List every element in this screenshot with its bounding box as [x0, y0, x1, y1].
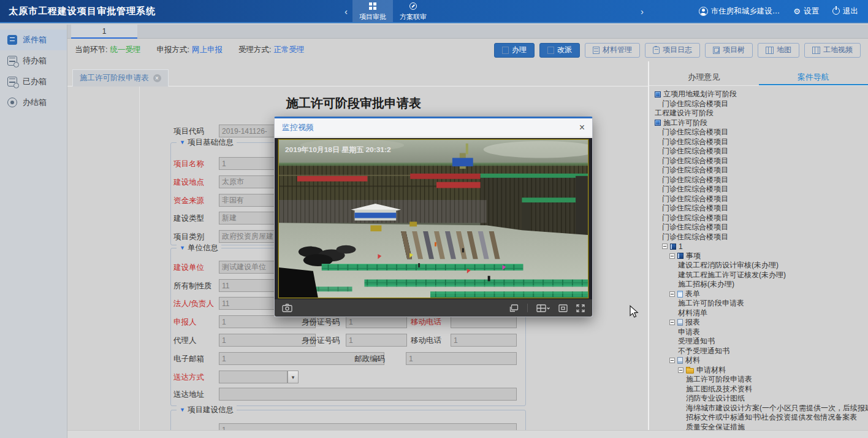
form-tab[interactable]: 施工许可阶段申请表 × — [72, 69, 169, 86]
dropdown-arrow-icon[interactable]: ▾ — [287, 371, 299, 383]
multi-window-icon[interactable] — [509, 304, 519, 312]
snapshot-icon[interactable] — [282, 304, 292, 312]
tree-item[interactable]: 门诊住院综合楼项目 — [652, 204, 868, 213]
navbar-right: 市住房和城乡建设… ⚙ 设置 退出 — [699, 0, 868, 22]
declarant-mobile-input[interactable] — [451, 315, 517, 328]
tab-close-icon[interactable]: × — [153, 74, 161, 82]
tree-item[interactable]: 门诊住院综合楼项目 — [652, 175, 868, 185]
tree-item[interactable]: 门诊住院综合楼项目 — [652, 156, 868, 166]
postcode-input[interactable] — [406, 352, 517, 365]
tree-item[interactable]: 施工图纸及技术资料 — [652, 385, 868, 394]
tree-item[interactable]: 施工许可阶段申请表 — [652, 299, 868, 309]
toolbar-button[interactable]: 材料管理 — [585, 43, 640, 58]
sidebar-item[interactable]: 派件箱 — [0, 29, 67, 50]
sidebar-item[interactable]: 已办箱 — [0, 71, 67, 92]
scale-icon[interactable] — [558, 304, 568, 312]
toolbar-button-icon — [653, 47, 660, 54]
accept-mode-value: 正常受理 — [273, 45, 304, 55]
form-left-divider — [139, 86, 140, 438]
close-icon[interactable]: × — [579, 123, 585, 133]
declarant-id-input[interactable] — [346, 315, 407, 328]
toolbar-button[interactable]: 工地视频 — [804, 43, 861, 58]
tree-item[interactable]: 消防专业设计图纸 — [652, 394, 868, 404]
tab-handling-opinion[interactable]: 办理意见 — [649, 70, 759, 85]
logout-button[interactable]: 退出 — [832, 6, 858, 17]
sidebar-item-label: 办结箱 — [23, 97, 47, 108]
tree-item[interactable]: 门诊住院综合楼项目 — [652, 213, 868, 223]
tree-item[interactable]: 门诊住院综合楼项目 — [652, 185, 868, 194]
tree-item[interactable]: 工程建设许可阶段 — [652, 109, 868, 118]
sidebar-item[interactable]: 办结箱 — [0, 92, 67, 113]
tree-item[interactable]: 不予受理通知书 — [652, 347, 868, 356]
tree-item[interactable]: 海绵城市建设设计方案(一个小区只需提供一次，后续报建时提供 — [652, 404, 868, 413]
sidebar-item-label: 派件箱 — [23, 34, 47, 45]
tree-item[interactable]: 门诊住院综合楼项目 — [652, 232, 868, 242]
tree-expander-icon[interactable] — [678, 367, 683, 373]
bottom-scroll-strip[interactable] — [67, 430, 868, 438]
nav-back-chevron-icon[interactable]: ‹ — [340, 6, 352, 17]
delivery-mode-select[interactable] — [219, 371, 287, 383]
tree-item[interactable]: 门诊住院综合楼项目 — [652, 147, 868, 156]
tree-item[interactable]: 报表 — [652, 318, 868, 328]
user-menu[interactable]: 市住房和城乡建设… — [699, 6, 780, 17]
agent-id-input[interactable] — [346, 334, 407, 347]
toolbar-button[interactable]: 改派 — [539, 43, 580, 58]
toolbar-button[interactable]: 办理 — [494, 43, 535, 58]
nav-tab[interactable]: 方案联审 — [393, 0, 433, 22]
tree-item[interactable]: 材料 — [652, 356, 868, 366]
tree-item-label: 施工招标(未办理) — [678, 279, 734, 290]
tree-expander-icon[interactable] — [669, 358, 675, 363]
tree-item[interactable]: 建设工程消防设计审核(未办理) — [652, 261, 868, 271]
settings-button[interactable]: ⚙ 设置 — [793, 6, 819, 17]
tree-item[interactable]: 事项 — [652, 252, 868, 261]
tree-item[interactable]: 施工许可阶段申请表 — [652, 375, 868, 385]
tree-expander-icon[interactable] — [662, 244, 668, 249]
tree-item[interactable]: 施工许可阶段 — [652, 118, 868, 128]
tree-item[interactable]: 表单 — [652, 290, 868, 299]
tree-item-label: 报表 — [685, 317, 700, 328]
tree-item[interactable]: 门诊住院综合楼项目 — [652, 223, 868, 232]
tree-item-label: 申请材料 — [696, 365, 726, 375]
nav-tab[interactable]: 项目审批 — [352, 0, 393, 22]
agent-mobile-input[interactable] — [451, 334, 517, 347]
tree-item[interactable]: 门诊住院综合楼项目 — [652, 194, 868, 204]
surveillance-video[interactable]: 2019年10月18日 星期五 20:31:2 — [278, 139, 588, 298]
tree-item[interactable]: 材料清单 — [652, 309, 868, 318]
tree-item[interactable]: 门诊住院综合楼项目 — [652, 166, 868, 175]
tree-item-label: 门诊住院综合楼项目 — [662, 222, 728, 232]
modal-header[interactable]: 监控视频 × — [275, 118, 592, 136]
tree-item-label: 门诊住院综合楼项目 — [662, 165, 728, 175]
tree-item-label: 施工许可阶段 — [663, 118, 707, 128]
tree-item[interactable]: 门诊住院综合楼项目 — [652, 137, 868, 147]
tree-item[interactable]: 施工招标(未办理) — [652, 280, 868, 290]
sidebar-item[interactable]: 待办箱 — [0, 50, 67, 71]
sidebar-item-icon — [7, 98, 17, 107]
tree-item[interactable]: 1 — [652, 242, 868, 252]
tree-expander-icon[interactable] — [669, 291, 675, 297]
tree-item[interactable]: 申请材料 — [652, 366, 868, 375]
toolbar-button[interactable]: 地图 — [758, 43, 799, 58]
tree-item[interactable]: 招标文件或中标通知书\社会投资提供发包情况备案表 — [652, 413, 868, 423]
section-basic-legend[interactable]: ▼ 项目基础信息 — [177, 137, 237, 147]
tree-item[interactable]: 门诊住院综合楼项目 — [652, 128, 868, 137]
toolbar-button[interactable]: 项目日志 — [645, 43, 700, 58]
section-build-legend[interactable]: ▼ 项目建设信息 — [177, 405, 237, 415]
toolbar-button[interactable]: 项目树 — [705, 43, 753, 58]
tree-item-label: 门诊住院综合楼项目 — [662, 213, 728, 223]
tree-item[interactable]: 受理通知书 — [652, 337, 868, 347]
video-toolbar-right — [509, 304, 585, 312]
tree-node-icon — [655, 120, 661, 126]
layout-grid-icon[interactable] — [536, 304, 550, 312]
workspace-tab[interactable]: 1 — [71, 25, 137, 39]
section-unit-legend[interactable]: ▼ 单位信息 — [177, 243, 221, 253]
tree-item[interactable]: 建筑工程施工许可证核发(未办理) — [652, 271, 868, 280]
tree-item[interactable]: 申请表 — [652, 328, 868, 337]
fullscreen-icon[interactable] — [576, 304, 585, 312]
tree-expander-icon[interactable] — [669, 253, 675, 259]
tree-item[interactable]: 立项用地规划许可阶段 — [652, 90, 868, 99]
delivery-address-input[interactable] — [219, 388, 517, 401]
tree-item[interactable]: 门诊住院综合楼项目 — [652, 99, 868, 109]
tree-expander-icon[interactable] — [669, 320, 675, 325]
tab-case-navigation[interactable]: 案件导航 — [759, 70, 868, 85]
nav-forward-chevron-icon[interactable]: › — [636, 6, 649, 17]
